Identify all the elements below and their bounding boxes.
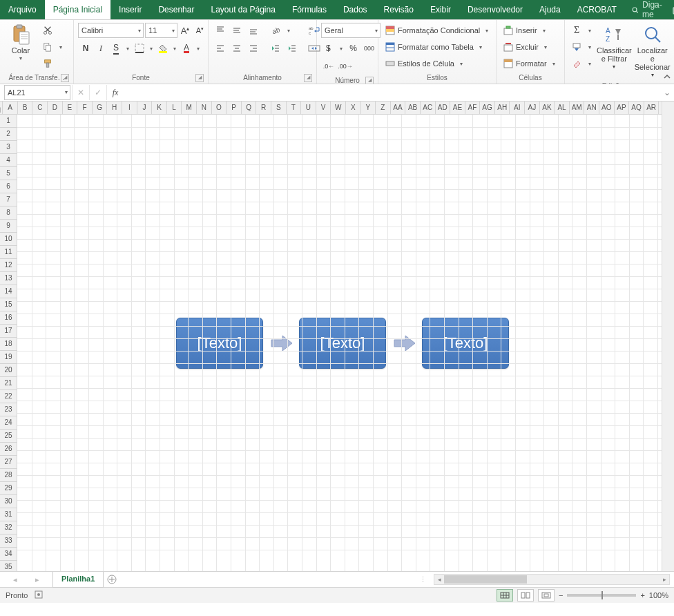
row-header[interactable]: 1 <box>0 115 17 128</box>
sort-filter-button[interactable]: AZ Classificar e Filtrar▾ <box>595 21 633 73</box>
row-header[interactable]: 17 <box>0 325 17 338</box>
row-header[interactable]: 5 <box>0 167 17 180</box>
tab-view[interactable]: Exibir <box>422 0 459 19</box>
increase-font-button[interactable]: A▴ <box>179 23 192 38</box>
align-bottom-button[interactable] <box>246 23 261 38</box>
page-break-view-button[interactable] <box>538 589 555 601</box>
align-right-button[interactable] <box>246 41 261 56</box>
borders-button[interactable] <box>132 41 147 56</box>
bold-button[interactable]: N <box>78 41 93 56</box>
row-header[interactable]: 9 <box>0 220 17 233</box>
column-header[interactable]: E <box>63 102 78 114</box>
underline-button[interactable]: S <box>108 41 124 56</box>
row-header[interactable]: 16 <box>0 311 17 325</box>
column-header[interactable]: U <box>301 102 316 114</box>
tab-formulas[interactable]: Fórmulas <box>284 0 335 19</box>
orientation-dropdown[interactable]: ▾ <box>285 23 293 38</box>
font-name-combo[interactable]: Calibri <box>78 23 144 38</box>
alignment-launcher[interactable]: ◢ <box>304 74 312 82</box>
zoom-level[interactable]: 100% <box>649 591 668 599</box>
row-header[interactable]: 18 <box>0 338 17 351</box>
decrease-indent-button[interactable] <box>268 41 283 56</box>
tell-me-search[interactable]: Diga-me <box>632 0 665 19</box>
fill-dropdown[interactable]: ▾ <box>586 39 594 55</box>
thousands-button[interactable]: 000 <box>362 41 376 56</box>
tab-help[interactable]: Ajuda <box>531 0 569 19</box>
row-header[interactable]: 25 <box>0 430 17 443</box>
row-header[interactable]: 20 <box>0 364 17 377</box>
column-header[interactable]: B <box>18 102 33 114</box>
paste-button[interactable]: Colar ▾ <box>3 21 39 64</box>
insert-cells-button[interactable]: Inserir▾ <box>501 23 561 38</box>
horizontal-scrollbar[interactable]: ◂ ▸ <box>434 574 670 585</box>
cut-button[interactable] <box>40 23 55 38</box>
cells-area[interactable]: [Texto] [Texto] [Texto] <box>17 115 674 571</box>
increase-indent-button[interactable] <box>285 41 300 56</box>
tab-acrobat[interactable]: ACROBAT <box>569 0 625 19</box>
zoom-slider[interactable] <box>567 594 636 597</box>
new-sheet-button[interactable] <box>104 571 120 588</box>
column-header[interactable]: AA <box>391 102 406 114</box>
column-header[interactable]: AJ <box>525 102 540 114</box>
increase-decimal-button[interactable]: .0← <box>321 59 336 74</box>
column-header[interactable]: S <box>271 102 287 114</box>
row-header[interactable]: 33 <box>0 535 17 548</box>
column-header[interactable]: AB <box>405 102 421 114</box>
clear-dropdown[interactable]: ▾ <box>586 56 594 71</box>
column-header[interactable]: R <box>256 102 271 114</box>
scroll-left-button[interactable]: ◂ <box>434 576 444 583</box>
row-header[interactable]: 28 <box>0 469 17 482</box>
column-header[interactable]: V <box>316 102 331 114</box>
format-as-table-button[interactable]: Formatar como Tabela▾ <box>383 39 494 55</box>
conditional-formatting-button[interactable]: Formatação Condicional▾ <box>383 23 494 38</box>
delete-cells-button[interactable]: Excluir▾ <box>501 39 561 55</box>
row-header[interactable]: 15 <box>0 298 17 311</box>
macro-record-button[interactable] <box>35 590 43 600</box>
cancel-formula-button[interactable]: ✕ <box>72 85 89 100</box>
row-header[interactable]: 14 <box>0 285 17 298</box>
clipboard-launcher[interactable]: ◢ <box>61 74 69 82</box>
column-header[interactable]: L <box>167 102 182 114</box>
column-header[interactable]: AO <box>599 102 615 114</box>
fill-color-button[interactable] <box>155 41 171 56</box>
number-format-combo[interactable]: Geral <box>321 23 381 38</box>
clear-button[interactable] <box>569 56 584 71</box>
fill-button[interactable] <box>569 39 584 55</box>
row-header[interactable]: 6 <box>0 180 17 193</box>
align-left-button[interactable] <box>213 41 228 56</box>
borders-dropdown[interactable]: ▾ <box>147 41 155 56</box>
column-header[interactable]: AG <box>480 102 495 114</box>
align-center-button[interactable] <box>229 41 244 56</box>
row-header[interactable]: 13 <box>0 272 17 285</box>
row-header[interactable]: 8 <box>0 206 17 220</box>
column-header[interactable]: M <box>182 102 197 114</box>
accounting-dropdown[interactable]: ▾ <box>337 41 345 56</box>
sheet-tab-1[interactable]: Planilha1 <box>52 572 104 588</box>
row-header[interactable]: 21 <box>0 377 17 390</box>
tab-data[interactable]: Dados <box>335 0 376 19</box>
row-header[interactable]: 23 <box>0 403 17 416</box>
column-header[interactable]: W <box>331 102 346 114</box>
row-header[interactable]: 4 <box>0 154 17 167</box>
row-header[interactable]: 29 <box>0 482 17 495</box>
font-color-dropdown[interactable]: ▾ <box>194 41 202 56</box>
tab-home[interactable]: Página Inicial <box>45 0 110 19</box>
select-all-button[interactable] <box>0 102 3 114</box>
tab-page-layout[interactable]: Layout da Página <box>202 0 283 19</box>
row-header[interactable]: 12 <box>0 259 17 272</box>
decrease-font-button[interactable]: A▾ <box>193 23 206 38</box>
cell-styles-button[interactable]: Estilos de Célula▾ <box>383 56 494 71</box>
font-color-button[interactable]: A <box>179 41 194 56</box>
italic-button[interactable]: I <box>93 41 108 56</box>
row-header[interactable]: 11 <box>0 246 17 259</box>
column-header[interactable]: O <box>212 102 227 114</box>
column-header[interactable]: AH <box>495 102 510 114</box>
tab-split-handle[interactable]: ⋮ <box>419 575 427 584</box>
orientation-button[interactable]: ab <box>268 23 283 38</box>
tab-insert[interactable]: Inserir <box>110 0 150 19</box>
row-header[interactable]: 34 <box>0 548 17 561</box>
column-header[interactable]: Y <box>361 102 376 114</box>
column-header[interactable]: AN <box>584 102 599 114</box>
page-layout-view-button[interactable] <box>517 589 534 601</box>
column-header[interactable]: X <box>346 102 361 114</box>
